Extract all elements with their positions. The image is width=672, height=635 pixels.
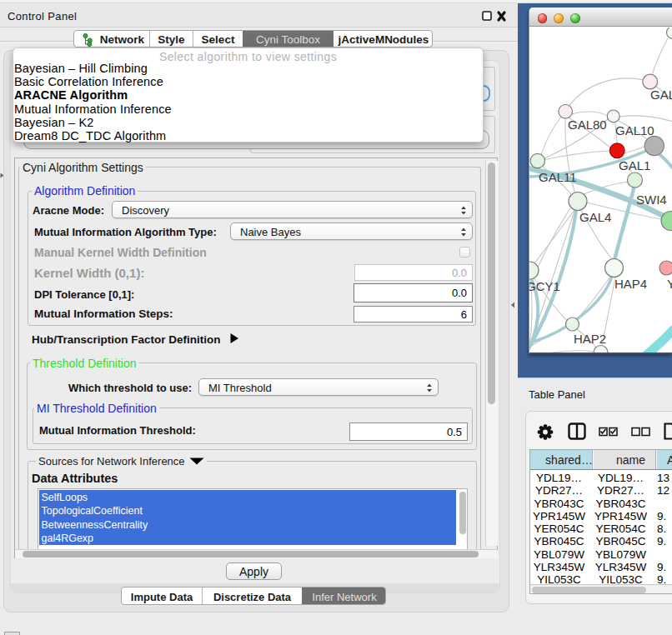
svg-text:HAP4: HAP4 <box>614 277 647 291</box>
svg-text:SWI4: SWI4 <box>636 192 667 207</box>
svg-text:GAL4: GAL4 <box>579 210 611 224</box>
svg-text:GAL7: GAL7 <box>650 88 672 102</box>
svg-text:GAL11: GAL11 <box>539 170 577 184</box>
svg-text:GCY1: GCY1 <box>529 279 560 293</box>
svg-text:Y: Y <box>667 277 672 291</box>
svg-text:GAL1: GAL1 <box>619 158 650 172</box>
svg-text:GAL80: GAL80 <box>568 118 607 132</box>
svg-text:HAP2: HAP2 <box>574 332 606 346</box>
svg-text:GAL10: GAL10 <box>615 123 654 138</box>
